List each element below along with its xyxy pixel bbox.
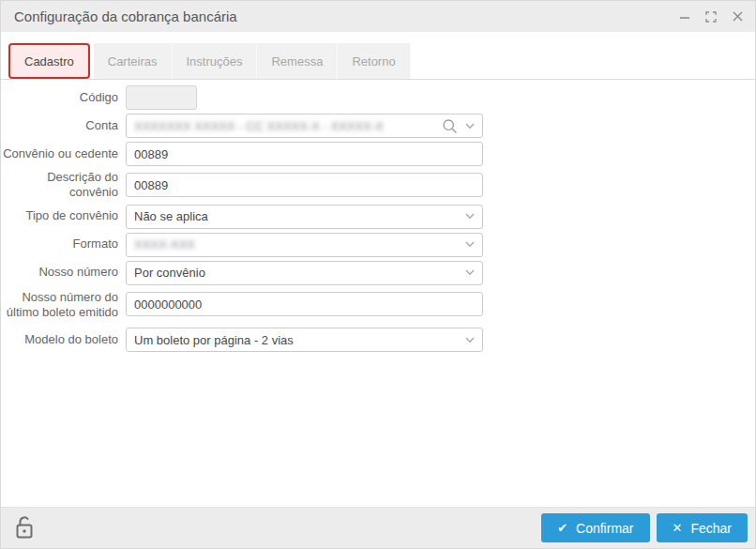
tab-strip: Cadastro Carteiras Instruções Remessa Re… [1, 32, 755, 80]
chevron-down-icon [465, 269, 475, 276]
formato-select[interactable]: XXXX-XXX [126, 233, 483, 257]
nosso-numero-value: Por convênio [134, 266, 205, 280]
codigo-input [126, 85, 197, 110]
unlock-icon[interactable] [14, 515, 35, 541]
field-row-formato: Formato XXXX-XXX [1, 233, 755, 257]
close-icon[interactable] [731, 10, 744, 23]
chevron-down-icon[interactable] [465, 123, 475, 130]
tab-bar: Cadastro Carteiras Instruções Remessa Re… [1, 43, 755, 80]
field-row-conta: Conta XXXXXXX XXXXX - CC XXXXX-X - XXXXX… [1, 114, 755, 138]
search-icon[interactable] [442, 118, 458, 134]
dialog-title: Configuração da cobrança bancária [14, 8, 237, 24]
convenio-cedente-label: Convênio ou cedente [1, 146, 126, 161]
field-row-tipo-convenio: Tipo de convênio Não se aplica [1, 205, 755, 229]
tab-remessa[interactable]: Remessa [257, 43, 338, 79]
minimize-icon[interactable] [678, 10, 691, 23]
chevron-down-icon [465, 241, 475, 248]
tab-retorno[interactable]: Retorno [338, 43, 410, 79]
tab-instrucoes[interactable]: Instruções [173, 43, 258, 79]
ultimo-boleto-input[interactable] [126, 292, 483, 316]
nosso-numero-select[interactable]: Por convênio [126, 261, 483, 285]
confirm-button-label: Confirmar [576, 521, 633, 536]
convenio-cedente-input[interactable] [126, 142, 483, 166]
confirm-button[interactable]: ✔ Confirmar [541, 513, 649, 542]
descricao-convenio-label: Descrição do convênio [1, 170, 126, 201]
field-row-convenio-cedente: Convênio ou cedente [1, 142, 755, 166]
close-button-label: Fechar [690, 521, 732, 536]
tipo-convenio-label: Tipo de convênio [1, 208, 126, 223]
check-icon: ✔ [557, 522, 567, 534]
conta-label: Conta [1, 118, 126, 133]
codigo-label: Código [1, 90, 126, 105]
tab-cadastro[interactable]: Cadastro [8, 43, 90, 79]
field-row-codigo: Código [1, 85, 755, 110]
formato-redacted-value: XXXX-XXX [134, 237, 195, 252]
chevron-down-icon [465, 337, 475, 343]
tipo-convenio-select[interactable]: Não se aplica [126, 205, 483, 229]
nosso-numero-label: Nosso número [1, 265, 126, 280]
modelo-boleto-value: Um boleto por página - 2 vias [134, 333, 294, 347]
form-panel: Código Conta XXXXXXX XXXXX - CC XXXXX-X … [1, 80, 755, 507]
footer-bar: ✔ Confirmar ✕ Fechar [1, 507, 755, 548]
ultimo-boleto-label: Nosso número do último boleto emitido [1, 289, 126, 321]
close-button[interactable]: ✕ Fechar [657, 513, 748, 542]
x-icon: ✕ [673, 522, 683, 534]
field-row-ultimo-boleto: Nosso número do último boleto emitido [1, 289, 755, 321]
field-row-descricao-convenio: Descrição do convênio [1, 170, 755, 201]
title-bar: Configuração da cobrança bancária [1, 1, 755, 32]
modelo-boleto-select[interactable]: Um boleto por página - 2 vias [126, 328, 483, 352]
window-controls [678, 10, 744, 23]
chevron-down-icon [465, 213, 475, 220]
descricao-convenio-input[interactable] [126, 173, 483, 197]
conta-redacted-value: XXXXXXX XXXXX - CC XXXXX-X - XXXXX-X [134, 119, 384, 133]
tipo-convenio-value: Não se aplica [134, 209, 208, 223]
modelo-boleto-label: Modelo do boleto [1, 332, 126, 347]
field-row-nosso-numero: Nosso número Por convênio [1, 261, 755, 285]
conta-combobox[interactable]: XXXXXXX XXXXX - CC XXXXX-X - XXXXX-X [126, 114, 483, 138]
dialog-window: Configuração da cobrança bancária Cadast… [0, 0, 756, 549]
field-row-modelo-boleto: Modelo do boleto Um boleto por página - … [1, 328, 755, 352]
formato-label: Formato [1, 236, 126, 252]
maximize-icon[interactable] [704, 10, 718, 23]
tab-carteiras[interactable]: Carteiras [94, 43, 173, 79]
